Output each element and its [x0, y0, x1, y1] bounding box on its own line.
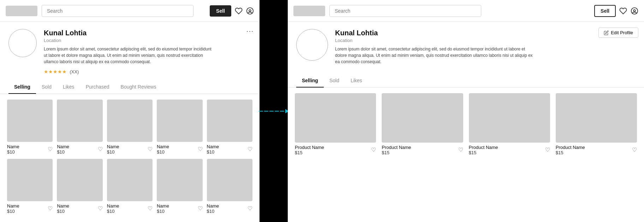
product-info: Name $10	[207, 203, 219, 214]
product-meta: Name $10 ♡	[57, 203, 102, 214]
right-tab-sold[interactable]: Sold	[324, 74, 345, 88]
right-profile-button[interactable]	[631, 7, 638, 15]
product-info: Name $10	[107, 203, 119, 214]
right-profile-name: Kunal Lohtia	[335, 29, 636, 37]
product-wishlist-button[interactable]: ♡	[48, 146, 53, 152]
product-info: Product Name $15	[556, 145, 585, 155]
list-item: Product Name $15 ♡	[382, 93, 463, 155]
left-search-input[interactable]	[42, 5, 193, 17]
product-meta: Name $10 ♡	[207, 144, 252, 155]
product-wishlist-button[interactable]: ♡	[458, 146, 463, 153]
left-tabs: Selling Sold Likes Purchased Bought Revi…	[0, 80, 260, 94]
product-image	[57, 100, 102, 142]
list-item: Product Name $15 ♡	[295, 93, 376, 155]
product-info: Product Name $15	[295, 145, 324, 155]
product-price: $10	[207, 149, 219, 155]
left-reviews-count: (XX)	[70, 69, 79, 74]
product-meta: Name $10 ♡	[107, 144, 153, 155]
product-price: $15	[469, 150, 498, 155]
edit-icon	[604, 30, 609, 35]
right-search-input[interactable]	[329, 5, 481, 17]
product-wishlist-button[interactable]: ♡	[98, 205, 103, 212]
product-wishlist-button[interactable]: ♡	[198, 205, 203, 212]
right-tabs: Selling Sold Likes	[288, 74, 644, 88]
right-header: Sell	[288, 0, 644, 22]
left-wishlist-button[interactable]	[235, 7, 243, 15]
right-tab-selling[interactable]: Selling	[296, 74, 324, 88]
left-more-button[interactable]: ···	[246, 28, 254, 35]
right-wishlist-button[interactable]	[619, 7, 627, 15]
left-avatar	[8, 29, 37, 57]
list-item: Name $10 ♡	[107, 159, 153, 214]
dash-2	[264, 111, 268, 112]
transition-arrow	[260, 0, 288, 222]
list-item: Name $10 ♡	[57, 159, 102, 214]
product-price: $10	[107, 209, 119, 214]
product-price: $10	[107, 149, 119, 155]
product-meta: Name $10 ♡	[7, 203, 53, 214]
left-tab-bought-reviews[interactable]: Bought Reviews	[115, 80, 162, 94]
product-wishlist-button[interactable]: ♡	[148, 205, 153, 212]
left-tab-likes[interactable]: Likes	[57, 80, 80, 94]
product-wishlist-button[interactable]: ♡	[248, 146, 252, 152]
list-item: Product Name $15 ♡	[556, 93, 637, 155]
product-wishlist-button[interactable]: ♡	[632, 146, 637, 153]
product-wishlist-button[interactable]: ♡	[98, 146, 103, 152]
product-meta: Name $10 ♡	[207, 203, 252, 214]
product-meta: Product Name $15 ♡	[556, 145, 637, 155]
left-tab-purchased[interactable]: Purchased	[80, 80, 115, 94]
product-name: Name	[57, 144, 69, 149]
product-name: Name	[157, 203, 169, 209]
product-wishlist-button[interactable]: ♡	[371, 146, 376, 153]
product-image	[157, 100, 202, 142]
product-price: $10	[57, 149, 69, 155]
product-image	[107, 159, 153, 201]
product-name: Name	[107, 144, 119, 149]
product-wishlist-button[interactable]: ♡	[48, 205, 53, 212]
product-info: Name $10	[157, 144, 169, 155]
left-tab-selling[interactable]: Selling	[8, 80, 36, 94]
product-wishlist-button[interactable]: ♡	[198, 146, 203, 152]
product-image	[7, 159, 53, 201]
right-product-grid: Product Name $15 ♡ Product Name $15 ♡ Pr…	[288, 88, 644, 161]
left-header: Sell	[0, 0, 260, 22]
product-image	[556, 93, 637, 143]
dashed-arrow	[259, 109, 289, 113]
right-header-right: Sell	[594, 5, 638, 17]
right-search-container	[329, 5, 481, 17]
left-sell-button[interactable]: Sell	[210, 5, 231, 17]
right-profile-bio: Lorem ipsum dolor sit amet, consectetur …	[335, 46, 533, 65]
user-circle-icon	[246, 7, 254, 15]
left-profile-button[interactable]	[246, 7, 254, 15]
right-tab-likes[interactable]: Likes	[345, 74, 368, 88]
dash-1	[259, 111, 263, 112]
left-stars: ★★★★★	[44, 69, 67, 74]
left-profile-rating: ★★★★★ (XX)	[44, 68, 251, 75]
dash-5	[280, 111, 284, 112]
dash-3	[269, 111, 274, 112]
product-price: $10	[207, 209, 219, 214]
list-item: Name $10 ♡	[107, 100, 153, 155]
list-item: Name $10 ♡	[7, 100, 53, 155]
product-price: $10	[157, 149, 169, 155]
left-tab-sold[interactable]: Sold	[36, 80, 57, 94]
product-info: Name $10	[107, 144, 119, 155]
edit-profile-button[interactable]: Edit Profile	[598, 28, 638, 38]
product-meta: Name $10 ♡	[7, 144, 53, 155]
product-wishlist-button[interactable]: ♡	[248, 205, 252, 212]
product-wishlist-button[interactable]: ♡	[148, 146, 153, 152]
left-header-right: Sell	[210, 5, 254, 17]
right-sell-button[interactable]: Sell	[594, 5, 616, 17]
product-wishlist-button[interactable]: ♡	[545, 146, 550, 153]
right-profile-info: Kunal Lohtia Location Lorem ipsum dolor …	[335, 29, 636, 68]
right-logo	[293, 6, 325, 16]
product-name: Name	[57, 203, 69, 209]
product-name: Product Name	[556, 145, 585, 150]
product-price: $15	[382, 150, 411, 155]
product-price: $15	[295, 150, 324, 155]
right-avatar	[296, 29, 328, 61]
left-profile-name: Kunal Lohtia	[44, 29, 251, 37]
product-image	[382, 93, 463, 143]
product-price: $15	[556, 150, 585, 155]
product-image	[7, 100, 53, 142]
